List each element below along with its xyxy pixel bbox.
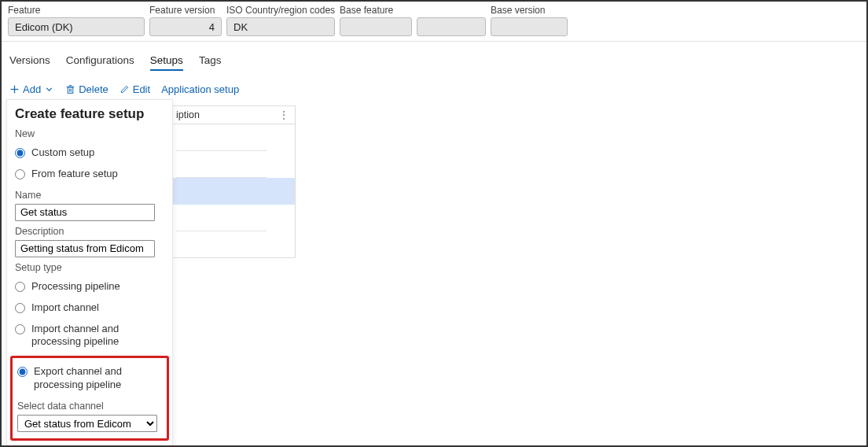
- edit-label: Edit: [133, 83, 150, 95]
- radio-custom-setup-label: Custom setup: [31, 146, 94, 160]
- table-header-menu[interactable]: ⋮: [278, 109, 295, 121]
- radio-import-and-processing[interactable]: Import channel and processing pipeline: [15, 319, 164, 353]
- field-feature: Feature: [8, 5, 145, 36]
- delete-label: Delete: [79, 83, 108, 95]
- add-button[interactable]: Add: [9, 83, 54, 95]
- radio-processing-pipeline-input[interactable]: [15, 282, 25, 292]
- radio-from-feature-setup-input[interactable]: [15, 169, 25, 179]
- radio-import-channel[interactable]: Import channel: [15, 297, 164, 319]
- radio-from-feature-setup-label: From feature setup: [31, 168, 118, 181]
- table-row[interactable]: [176, 205, 267, 231]
- create-feature-setup-panel: Create feature setup New Custom setup Fr…: [6, 99, 173, 447]
- description-label: Description: [15, 226, 164, 237]
- radio-import-and-processing-label: Import channel and processing pipeline: [31, 323, 164, 349]
- application-setup-button[interactable]: Application setup: [161, 83, 239, 95]
- chevron-down-icon: [44, 84, 54, 94]
- base-feature-label: Base feature: [340, 5, 412, 16]
- base-feature-input-2[interactable]: [417, 17, 486, 36]
- feature-label: Feature: [8, 5, 145, 16]
- panel-title: Create feature setup: [15, 106, 164, 122]
- radio-export-and-processing-input[interactable]: [17, 367, 28, 377]
- base-version-label: Base version: [491, 5, 568, 16]
- svg-rect-2: [68, 87, 73, 93]
- radio-import-channel-input[interactable]: [15, 303, 25, 313]
- table-row-selected[interactable]: [171, 178, 295, 205]
- add-label: Add: [23, 83, 41, 95]
- field-base-feature-2: [417, 5, 486, 36]
- feature-version-input[interactable]: [149, 17, 222, 36]
- feature-input[interactable]: [8, 17, 145, 36]
- table-row[interactable]: [176, 151, 267, 178]
- tab-setups[interactable]: Setups: [150, 54, 183, 71]
- feature-version-label: Feature version: [149, 5, 222, 16]
- pencil-icon: [120, 84, 130, 94]
- application-setup-label: Application setup: [161, 83, 239, 95]
- base-feature-input[interactable]: [340, 17, 412, 36]
- field-base-feature: Base feature: [340, 5, 412, 36]
- table-header: iption ⋮: [171, 105, 296, 124]
- radio-export-and-processing-label: Export channel and processing pipeline: [34, 365, 162, 392]
- app-frame: Feature Feature version ISO Country/regi…: [0, 0, 868, 447]
- top-fields-row: Feature Feature version ISO Country/regi…: [2, 2, 866, 42]
- select-data-channel-label: Select data channel: [17, 401, 162, 412]
- table-row[interactable]: [176, 124, 267, 151]
- tabs-row: Versions Configurations Setups Tags: [2, 42, 866, 79]
- highlighted-section: Export channel and processing pipeline S…: [10, 356, 169, 441]
- description-input[interactable]: [15, 240, 155, 257]
- radio-custom-setup-input[interactable]: [15, 148, 25, 158]
- name-label: Name: [15, 190, 164, 201]
- tab-tags[interactable]: Tags: [199, 54, 222, 71]
- base-version-input[interactable]: [491, 17, 568, 36]
- iso-input[interactable]: [226, 17, 335, 36]
- name-input[interactable]: [15, 204, 155, 221]
- iso-label: ISO Country/region codes: [226, 5, 335, 16]
- table-row[interactable]: [176, 231, 267, 258]
- field-base-version: Base version: [491, 5, 568, 36]
- tab-versions[interactable]: Versions: [9, 54, 50, 71]
- tab-configurations[interactable]: Configurations: [66, 54, 134, 71]
- radio-import-and-processing-input[interactable]: [15, 324, 25, 334]
- field-iso: ISO Country/region codes: [226, 5, 335, 36]
- delete-button[interactable]: Delete: [65, 83, 108, 95]
- section-new-label: New: [15, 128, 164, 139]
- radio-from-feature-setup[interactable]: From feature setup: [15, 164, 164, 185]
- setup-type-label: Setup type: [15, 262, 164, 273]
- radio-custom-setup[interactable]: Custom setup: [15, 142, 164, 164]
- radio-processing-pipeline-label: Processing pipeline: [31, 280, 120, 294]
- plus-icon: [9, 84, 20, 94]
- edit-button[interactable]: Edit: [120, 83, 150, 95]
- trash-icon: [65, 84, 75, 94]
- select-data-channel-dropdown[interactable]: Get status from Edicom: [17, 415, 157, 432]
- table-body: [171, 124, 296, 258]
- toolbar: Add Delete Edit Application setup: [2, 79, 866, 100]
- radio-processing-pipeline[interactable]: Processing pipeline: [15, 276, 164, 297]
- radio-import-channel-label: Import channel: [31, 301, 99, 315]
- field-feature-version: Feature version: [149, 5, 222, 36]
- table-col-description: iption: [176, 109, 200, 120]
- radio-export-and-processing[interactable]: Export channel and processing pipeline: [17, 361, 162, 396]
